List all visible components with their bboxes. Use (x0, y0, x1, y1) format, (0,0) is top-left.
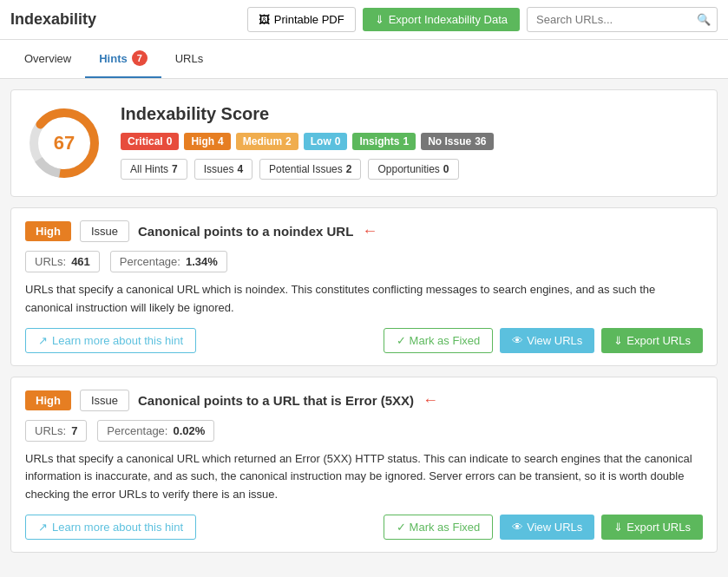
learn-more-button-2[interactable]: ↗ Learn more about this hint (25, 515, 196, 540)
badge-low[interactable]: Low 0 (304, 133, 348, 150)
mark-fixed-button-1[interactable]: ✓ Mark as Fixed (384, 328, 494, 353)
search-input[interactable] (527, 7, 718, 32)
export-urls-button-2[interactable]: ⇓ Export URLs (601, 515, 703, 540)
tab-hints[interactable]: Hints 7 (85, 40, 161, 78)
donut-chart: 67 (25, 104, 103, 182)
score-right: Indexability Score Critical 0 High 4 Med… (121, 104, 703, 180)
hint-title-2: Canonical points to a URL that is Error … (138, 393, 414, 408)
export-indexability-button[interactable]: ⇓ Export Indexability Data (363, 8, 520, 31)
severity-tag-1: High (25, 221, 71, 241)
page-title: Indexability (10, 10, 96, 29)
top-bar-actions: 🖼 Printable PDF ⇓ Export Indexability Da… (247, 7, 718, 32)
type-tag-1: Issue (80, 220, 129, 242)
badge-medium[interactable]: Medium 2 (236, 133, 298, 150)
export-icon: ⇓ (375, 13, 384, 26)
urls-meta-1: URLs: 461 (25, 251, 100, 272)
tabs-bar: Overview Hints 7 URLs (0, 40, 728, 79)
hint-title-1: Canonical points to a noindex URL (138, 224, 353, 239)
score-section: 67 Indexability Score Critical 0 High 4 … (10, 89, 718, 197)
export-icon-2: ⇓ (613, 521, 623, 534)
score-value: 67 (54, 132, 75, 154)
score-badges: Critical 0 High 4 Medium 2 Low 0 Insight… (121, 133, 703, 150)
urls-meta-2: URLs: 7 (25, 420, 87, 442)
badge-critical[interactable]: Critical 0 (121, 133, 179, 150)
mark-fixed-button-2[interactable]: ✓ Mark as Fixed (384, 515, 494, 540)
search-wrapper: 🔍 (527, 7, 718, 32)
type-tag-2: Issue (80, 390, 129, 411)
print-icon: 🖼 (259, 13, 270, 26)
hint-meta-2: URLs: 7 Percentage: 0.02% (25, 420, 703, 442)
hints-badge: 7 (132, 50, 148, 66)
arrow-annotation-1: ← (362, 222, 377, 240)
view-urls-button-1[interactable]: 👁 View URLs (500, 328, 594, 353)
external-link-icon-1: ↗ (38, 334, 48, 347)
percentage-meta-2: Percentage: 0.02% (97, 420, 214, 442)
filter-opportunities[interactable]: Opportunities 0 (368, 159, 458, 180)
tab-urls[interactable]: URLs (161, 42, 218, 77)
hint-description-1: URLs that specify a canonical URL which … (25, 281, 703, 318)
hint-header-1: High Issue Canonical points to a noindex… (25, 220, 703, 242)
view-urls-button-2[interactable]: 👁 View URLs (500, 515, 594, 540)
filter-all-hints[interactable]: All Hints 7 (121, 159, 187, 180)
score-title: Indexability Score (121, 104, 703, 124)
learn-more-button-1[interactable]: ↗ Learn more about this hint (25, 328, 196, 353)
hint-card-1: High Issue Canonical points to a noindex… (10, 207, 718, 366)
check-icon-1: ✓ (397, 334, 406, 347)
external-link-icon-2: ↗ (38, 521, 48, 534)
top-bar: Indexability 🖼 Printable PDF ⇓ Export In… (0, 0, 728, 40)
badge-high[interactable]: High 4 (184, 133, 230, 150)
hint-actions-1: ↗ Learn more about this hint ✓ Mark as F… (25, 328, 703, 353)
badge-insights[interactable]: Insights 1 (352, 133, 416, 150)
eye-icon-2: 👁 (512, 521, 523, 534)
action-buttons-1: ✓ Mark as Fixed 👁 View URLs ⇓ Export URL… (384, 328, 703, 353)
filter-potential-issues[interactable]: Potential Issues 2 (259, 159, 361, 180)
eye-icon-1: 👁 (512, 334, 523, 347)
export-urls-button-1[interactable]: ⇓ Export URLs (601, 328, 703, 353)
export-icon-1: ⇓ (613, 334, 623, 347)
hint-actions-2: ↗ Learn more about this hint ✓ Mark as F… (25, 515, 703, 540)
hint-meta-1: URLs: 461 Percentage: 1.34% (25, 251, 703, 272)
check-icon-2: ✓ (397, 521, 406, 534)
filter-issues[interactable]: Issues 4 (194, 159, 253, 180)
hint-card-2: High Issue Canonical points to a URL tha… (10, 377, 718, 553)
printable-pdf-button[interactable]: 🖼 Printable PDF (247, 7, 356, 32)
severity-tag-2: High (25, 390, 71, 410)
arrow-annotation-2: ← (423, 391, 438, 410)
hint-header-2: High Issue Canonical points to a URL tha… (25, 390, 703, 411)
percentage-meta-1: Percentage: 1.34% (110, 251, 227, 272)
action-buttons-2: ✓ Mark as Fixed 👁 View URLs ⇓ Export URL… (384, 515, 703, 540)
search-icon: 🔍 (697, 13, 711, 26)
hint-description-2: URLs that specify a canonical URL which … (25, 450, 703, 504)
hint-filters: All Hints 7 Issues 4 Potential Issues 2 … (121, 159, 703, 180)
badge-noissue[interactable]: No Issue 36 (421, 133, 493, 150)
tab-overview[interactable]: Overview (10, 42, 85, 77)
